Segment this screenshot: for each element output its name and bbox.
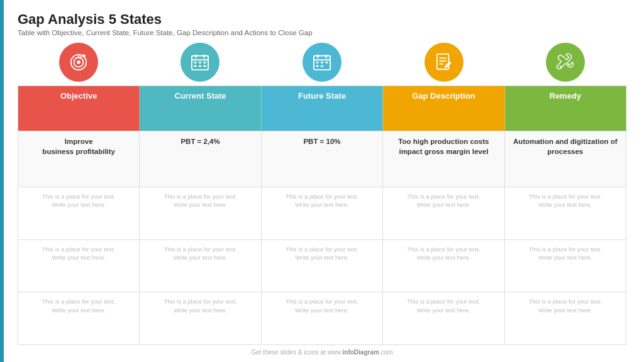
page-title: Gap Analysis 5 States — [18, 11, 626, 28]
svg-rect-13 — [194, 65, 197, 67]
footer-text: Get these slides & icons at www. — [251, 349, 342, 356]
placeholder-cell-current-state-row0: This is a place for your text. Write you… — [140, 187, 261, 240]
svg-rect-14 — [199, 65, 202, 67]
placeholder-cell-gap-description-row1: This is a place for your text. Write you… — [383, 240, 504, 293]
highlight-cell-current-state: PBT = 2,4% — [140, 131, 261, 187]
icon-circle-remedy — [546, 43, 585, 82]
placeholder-cell-objective-row0: This is a place for your text. Write you… — [18, 187, 140, 240]
page-subtitle: Table with Objective, Current State, Fut… — [18, 29, 626, 36]
svg-rect-15 — [204, 65, 206, 67]
footer-suffix: .com — [379, 349, 393, 356]
icons-row — [18, 43, 626, 82]
svg-marker-5 — [82, 54, 86, 58]
svg-rect-11 — [199, 62, 202, 63]
placeholder-cell-remedy-row2: This is a place for your text. Write you… — [505, 292, 626, 345]
col-header-current-state: Current State — [140, 86, 261, 131]
svg-rect-22 — [326, 62, 328, 63]
svg-rect-20 — [316, 62, 319, 63]
highlight-cell-remedy: Automation and digitization of processes — [505, 131, 626, 187]
icon-col-current-state — [140, 43, 262, 82]
placeholder-cell-future-state-row1: This is a place for your text. Write you… — [262, 240, 383, 293]
page-container: Gap Analysis 5 States Table with Objecti… — [0, 0, 644, 362]
col-header-remedy: Remedy — [505, 86, 626, 131]
col-header-objective: Objective — [18, 86, 140, 131]
table-wrapper: ObjectiveCurrent StateFuture StateGap De… — [18, 85, 626, 345]
table-grid: ObjectiveCurrent StateFuture StateGap De… — [18, 85, 626, 345]
svg-point-2 — [77, 60, 80, 64]
highlight-cell-future-state: PBT = 10% — [262, 131, 383, 187]
col-header-gap-description: Gap Description — [383, 86, 504, 131]
placeholder-cell-future-state-row0: This is a place for your text. Write you… — [262, 187, 383, 240]
placeholder-cell-remedy-row1: This is a place for your text. Write you… — [505, 240, 626, 293]
icon-circle-gap-description — [425, 43, 464, 82]
icon-circle-objective — [59, 43, 98, 82]
icon-col-future-state — [261, 43, 383, 82]
svg-rect-12 — [204, 62, 206, 63]
svg-rect-23 — [316, 65, 319, 67]
icon-col-remedy — [504, 43, 626, 82]
highlight-cell-gap-description: Too high production costs impact gross m… — [383, 131, 504, 187]
col-header-future-state: Future State — [262, 86, 383, 131]
placeholder-cell-gap-description-row0: This is a place for your text. Write you… — [383, 187, 504, 240]
icon-col-gap-description — [383, 43, 505, 82]
footer-brand: infoDiagram — [343, 349, 379, 356]
placeholder-cell-future-state-row2: This is a place for your text. Write you… — [262, 292, 383, 345]
placeholder-cell-remedy-row0: This is a place for your text. Write you… — [505, 187, 626, 240]
highlight-cell-objective: Improve business profitability — [18, 131, 140, 187]
page-header: Gap Analysis 5 States Table with Objecti… — [18, 11, 626, 36]
footer: Get these slides & icons at www.infoDiag… — [18, 349, 626, 356]
placeholder-cell-gap-description-row2: This is a place for your text. Write you… — [383, 292, 504, 345]
placeholder-cell-current-state-row2: This is a place for your text. Write you… — [140, 292, 261, 345]
svg-rect-24 — [321, 65, 323, 67]
left-accent-bar — [0, 0, 4, 362]
svg-rect-21 — [321, 62, 323, 63]
icon-circle-future-state — [303, 43, 341, 82]
placeholder-cell-objective-row1: This is a place for your text. Write you… — [18, 240, 140, 293]
icon-col-objective — [18, 43, 140, 82]
icon-circle-current-state — [180, 43, 219, 82]
placeholder-cell-current-state-row1: This is a place for your text. Write you… — [140, 240, 261, 293]
placeholder-cell-objective-row2: This is a place for your text. Write you… — [18, 292, 140, 345]
svg-rect-10 — [194, 62, 197, 63]
